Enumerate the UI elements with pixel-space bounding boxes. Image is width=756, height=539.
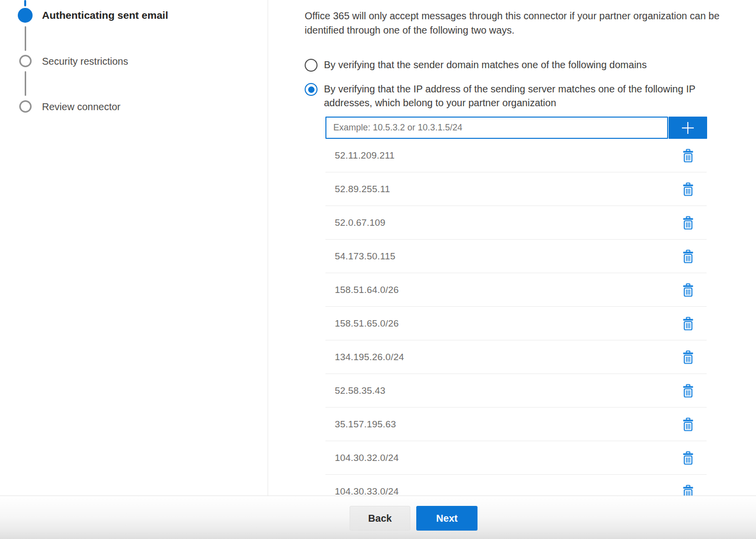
ip-address-value: 134.195.26.0/24 (335, 352, 404, 363)
trash-icon (682, 216, 694, 230)
delete-ip-button[interactable] (681, 215, 695, 231)
next-button[interactable]: Next (416, 506, 477, 531)
option-label: By verifying that the sender domain matc… (324, 58, 647, 72)
ip-address-value: 52.11.209.211 (335, 150, 395, 161)
verification-options: By verifying that the sender domain matc… (305, 58, 756, 110)
ip-address-value: 104.30.32.0/24 (335, 453, 399, 463)
trash-icon (682, 451, 694, 465)
delete-ip-button[interactable] (681, 148, 695, 164)
trash-icon (682, 182, 694, 196)
step-inactive-dot[interactable] (19, 55, 32, 67)
trash-icon (682, 149, 694, 163)
ip-row: 158.51.64.0/26 (325, 273, 707, 307)
trash-icon (682, 317, 694, 331)
trash-icon (682, 249, 694, 263)
ip-address-value: 54.173.50.115 (335, 251, 396, 262)
ip-address-input[interactable] (325, 117, 668, 139)
step-description: Office 365 will only accept messages thr… (305, 9, 753, 38)
add-ip-button[interactable] (669, 117, 707, 139)
option-label: By verifying that the IP address of the … (324, 82, 728, 110)
trash-icon (682, 485, 694, 496)
delete-ip-button[interactable] (681, 416, 695, 432)
wizard-stepper: Authenticating sent email Security restr… (0, 0, 268, 496)
ip-row: 54.173.50.115 (325, 240, 707, 273)
ip-address-value: 158.51.65.0/26 (335, 318, 399, 329)
trash-icon (682, 350, 694, 364)
ip-address-value: 35.157.195.63 (335, 419, 396, 430)
trash-icon (682, 417, 694, 431)
step-security-restrictions[interactable]: Security restrictions (42, 54, 128, 68)
radio-dot (308, 86, 315, 93)
ip-entry-row (325, 117, 756, 139)
step-connector-line (25, 26, 26, 51)
delete-ip-button[interactable] (681, 282, 695, 298)
delete-ip-button[interactable] (681, 181, 695, 197)
delete-ip-button[interactable] (681, 484, 695, 496)
delete-ip-button[interactable] (681, 316, 695, 332)
radio-dot (308, 62, 315, 69)
ip-row: 134.195.26.0/24 (325, 340, 707, 374)
ip-address-list: 52.11.209.211 52.89.255.11 (325, 139, 707, 496)
ip-row: 52.11.209.211 (325, 139, 707, 172)
ip-address-value: 52.89.255.11 (335, 184, 390, 195)
radio-unselected-icon[interactable] (305, 59, 318, 72)
ip-address-value: 52.58.35.43 (335, 385, 386, 396)
ip-row: 35.157.195.63 (325, 408, 707, 441)
ip-row: 158.51.65.0/26 (325, 307, 707, 340)
step-review-connector[interactable]: Review connector (42, 100, 120, 114)
delete-ip-button[interactable] (681, 249, 695, 264)
ip-row: 52.0.67.109 (325, 206, 707, 240)
ip-address-value: 104.30.33.0/24 (335, 486, 399, 496)
ip-row: 52.89.255.11 (325, 172, 707, 206)
step-authenticating-sent-email[interactable]: Authenticating sent email (42, 8, 168, 22)
step-content-panel: Office 365 will only accept messages thr… (268, 0, 756, 496)
ip-row: 52.58.35.43 (325, 374, 707, 408)
ip-address-value: 52.0.67.109 (335, 217, 386, 228)
connector-wizard: Authenticating sent email Security restr… (0, 0, 756, 496)
ip-address-value: 158.51.64.0/26 (335, 285, 399, 295)
delete-ip-button[interactable] (681, 383, 695, 399)
trash-icon (682, 384, 694, 398)
ip-row: 104.30.32.0/24 (325, 441, 707, 475)
step-inactive-dot[interactable] (19, 100, 32, 113)
delete-ip-button[interactable] (681, 349, 695, 365)
step-active-dot[interactable] (18, 8, 33, 23)
ip-row: 104.30.33.0/24 (325, 475, 707, 496)
radio-selected-icon[interactable] (305, 83, 318, 96)
plus-icon (680, 121, 695, 135)
delete-ip-button[interactable] (681, 450, 695, 466)
step-connector-line (25, 71, 26, 96)
wizard-footer: Back Next (0, 496, 756, 539)
step-connector-line (24, 0, 26, 6)
option-verify-by-domain[interactable]: By verifying that the sender domain matc… (305, 58, 756, 72)
option-verify-by-ip[interactable]: By verifying that the IP address of the … (305, 82, 756, 110)
back-button[interactable]: Back (350, 506, 410, 531)
trash-icon (682, 283, 694, 297)
